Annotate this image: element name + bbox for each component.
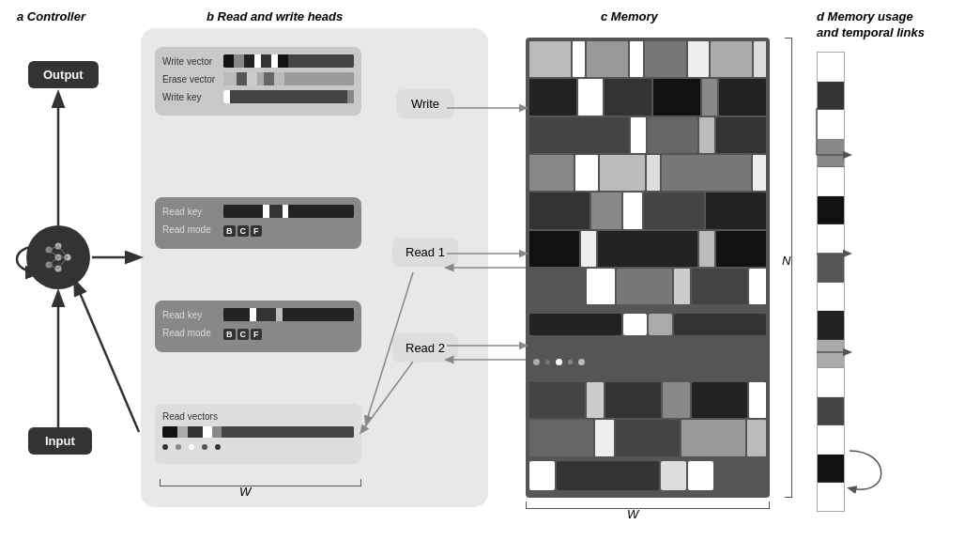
w-label-b: W [239,485,251,499]
usage-cell-15 [818,455,844,484]
read-head-2-section: Read key Read mode B C F [155,301,361,352]
usage-cell-13 [818,397,844,426]
read-mode-1-label: Read mode [162,224,223,235]
read-vectors-label: Read vectors [162,411,218,422]
usage-cell-7 [818,224,844,254]
read-vector-dots [162,442,221,452]
usage-cells [818,53,844,511]
usage-cell-3 [818,110,844,139]
w-label-memory: W [627,507,638,521]
mem-row-3 [529,117,766,153]
read-key-2-strip [223,308,354,321]
read-key-1-row: Read key [162,205,354,218]
read-key-2-row: Read key [162,308,354,321]
mode-badge-b2: B [223,329,236,340]
w-bracket-memory [526,501,770,509]
read-vectors-label-row: Read vectors [162,411,354,422]
neural-network-svg [39,239,77,276]
usage-cell-2 [818,82,844,111]
mode-badge-f1: F [251,225,262,237]
section-d-label: d Memory usageand temporal links [817,9,967,41]
write-button: Write [396,89,454,118]
usage-cell-5 [818,167,844,196]
mem-row-7 [529,269,766,304]
usage-cell-6 [818,196,844,225]
memory-grid [526,38,770,498]
w-bracket-b [160,479,361,486]
erase-vector-strip [223,72,354,85]
section-c-label: c Memory [601,9,658,23]
mem-row-9 [529,345,766,380]
usage-cell-1 [818,53,844,82]
read-mode-2-label: Read mode [162,328,223,338]
write-key-strip [223,90,354,103]
read1-button: Read 1 [392,238,458,267]
input-box: Input [28,427,92,455]
neural-icon [26,225,90,289]
read-head-1-section: Read key Read mode B C F [155,197,361,249]
mem-row-11 [529,420,766,455]
read-vector-strip-1-row [162,426,354,438]
mem-row-12 [529,458,766,494]
read-mode-2-row: Read mode B C F [162,326,354,340]
svg-line-16 [75,282,139,432]
mode-badge-b1: B [223,225,236,237]
usage-cell-12 [818,368,844,397]
read2-button: Read 2 [392,333,458,363]
svg-line-8 [49,257,58,265]
memory-panel [526,38,770,498]
usage-cell-8 [818,254,844,283]
read-vectors-section: Read vectors [155,404,361,464]
mem-row-2 [529,79,766,115]
mem-row-5 [529,193,766,228]
read-mode-2-badges: B C F [223,329,262,340]
write-vector-strip [223,54,354,68]
diagram-container: a Controller b Read and write heads c Me… [0,0,980,540]
write-key-label: Write key [162,92,223,102]
mem-row-10 [529,382,766,418]
read-vector-dots-row [162,442,354,452]
usage-cell-16 [818,483,844,511]
read-mode-1-row: Read mode B C F [162,223,354,237]
erase-vector-row: Erase vector [162,72,354,85]
usage-cell-14 [818,425,844,455]
write-vector-row: Write vector [162,54,354,68]
write-head-section: Write vector Erase vector [155,47,361,116]
mode-badge-c1: C [237,225,250,237]
mem-row-8 [529,306,766,342]
section-b-label: b Read and write heads [207,9,343,23]
usage-cell-10 [818,311,844,340]
mode-badge-c2: C [237,329,250,340]
usage-cell-11 [818,340,844,369]
read-mode-1-badges: B C F [223,225,262,237]
read-key-1-label: Read key [162,207,223,217]
write-key-row: Write key [162,90,354,103]
mem-row-1 [529,41,766,77]
usage-cell-4 [818,139,844,168]
usage-cell-9 [818,283,844,312]
usage-panel [817,52,845,512]
read-key-1-strip [223,205,354,218]
n-bracket [785,38,792,498]
erase-vector-label: Erase vector [162,74,223,85]
write-vector-label: Write vector [162,56,223,67]
section-a-label: a Controller [17,9,85,23]
read-vector-strip-1 [162,426,354,438]
mem-row-4 [529,155,766,191]
mem-row-6 [529,231,766,267]
svg-line-7 [49,250,58,257]
output-box: Output [28,61,99,88]
read-key-2-label: Read key [162,310,223,320]
mode-badge-f2: F [251,329,262,340]
